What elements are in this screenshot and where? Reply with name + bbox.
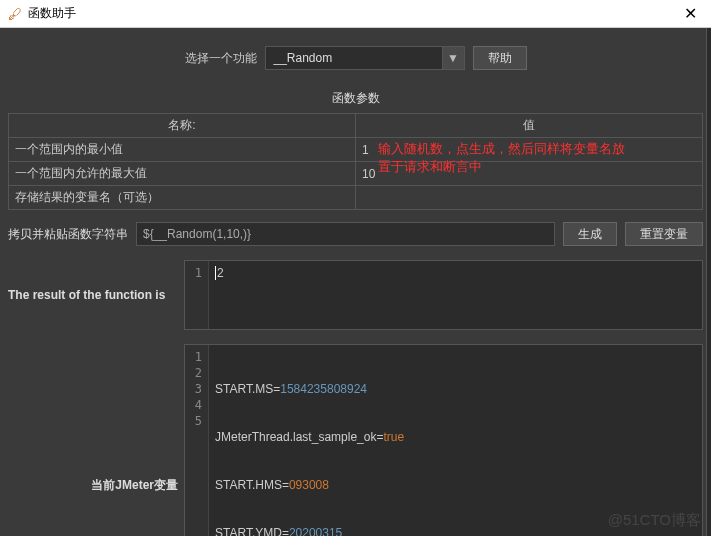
copy-string-row: 拷贝并粘贴函数字符串 生成 重置变量 bbox=[8, 210, 703, 252]
function-combobox[interactable]: __Random ▼ bbox=[265, 46, 465, 70]
param-value[interactable]: 1 bbox=[356, 138, 703, 162]
vars-label: 当前JMeter变量 bbox=[8, 344, 178, 536]
vars-box[interactable]: 12345 START.MS=1584235808924 JMeterThrea… bbox=[184, 344, 703, 536]
param-name: 存储结果的变量名（可选） bbox=[9, 186, 356, 210]
close-icon[interactable]: ✕ bbox=[678, 4, 703, 23]
header-value: 值 bbox=[356, 114, 703, 138]
result-value: 2 bbox=[215, 266, 224, 280]
param-name: 一个范围内允许的最大值 bbox=[9, 162, 356, 186]
function-select-row: 选择一个功能 __Random ▼ 帮助 bbox=[8, 36, 703, 84]
result-label: The result of the function is bbox=[8, 260, 178, 330]
generate-button[interactable]: 生成 bbox=[563, 222, 617, 246]
table-row[interactable]: 存储结果的变量名（可选） bbox=[9, 186, 703, 210]
header-name: 名称: bbox=[9, 114, 356, 138]
result-gutter: 1 bbox=[185, 261, 209, 329]
param-value[interactable]: 10 bbox=[356, 162, 703, 186]
dialog-title: 函数助手 bbox=[28, 5, 678, 22]
table-row[interactable]: 一个范围内允许的最大值 10 bbox=[9, 162, 703, 186]
param-table: 名称: 值 一个范围内的最小值 1 一个范围内允许的最大值 10 存储结果的变量… bbox=[8, 113, 703, 210]
result-box[interactable]: 1 2 bbox=[184, 260, 703, 330]
param-section-title: 函数参数 bbox=[8, 84, 703, 113]
titlebar: 🖋 函数助手 ✕ bbox=[0, 0, 711, 28]
function-select-label: 选择一个功能 bbox=[185, 50, 257, 67]
reset-vars-button[interactable]: 重置变量 bbox=[625, 222, 703, 246]
result-area: The result of the function is 1 2 bbox=[8, 260, 703, 330]
help-button[interactable]: 帮助 bbox=[473, 46, 527, 70]
result-content: 2 bbox=[209, 261, 702, 329]
vars-gutter: 12345 bbox=[185, 345, 209, 536]
scroll-track[interactable] bbox=[706, 28, 711, 536]
dialog-body: 选择一个功能 __Random ▼ 帮助 函数参数 名称: 值 一个范围内的最小… bbox=[0, 28, 711, 536]
table-row[interactable]: 一个范围内的最小值 1 bbox=[9, 138, 703, 162]
function-combobox-value: __Random bbox=[266, 51, 442, 65]
param-value[interactable] bbox=[356, 186, 703, 210]
chevron-down-icon[interactable]: ▼ bbox=[442, 47, 464, 69]
copy-string-label: 拷贝并粘贴函数字符串 bbox=[8, 226, 128, 243]
vars-content: START.MS=1584235808924 JMeterThread.last… bbox=[209, 345, 702, 536]
table-header-row: 名称: 值 bbox=[9, 114, 703, 138]
vars-line: JMeterThread.last_sample_ok=true bbox=[215, 429, 696, 445]
feather-icon: 🖋 bbox=[8, 6, 22, 22]
function-string-input[interactable] bbox=[136, 222, 555, 246]
vars-line: START.MS=1584235808924 bbox=[215, 381, 696, 397]
vars-line: START.YMD=20200315 bbox=[215, 525, 696, 536]
vars-line: START.HMS=093008 bbox=[215, 477, 696, 493]
vars-area: 当前JMeter变量 12345 START.MS=1584235808924 … bbox=[8, 344, 703, 536]
param-name: 一个范围内的最小值 bbox=[9, 138, 356, 162]
